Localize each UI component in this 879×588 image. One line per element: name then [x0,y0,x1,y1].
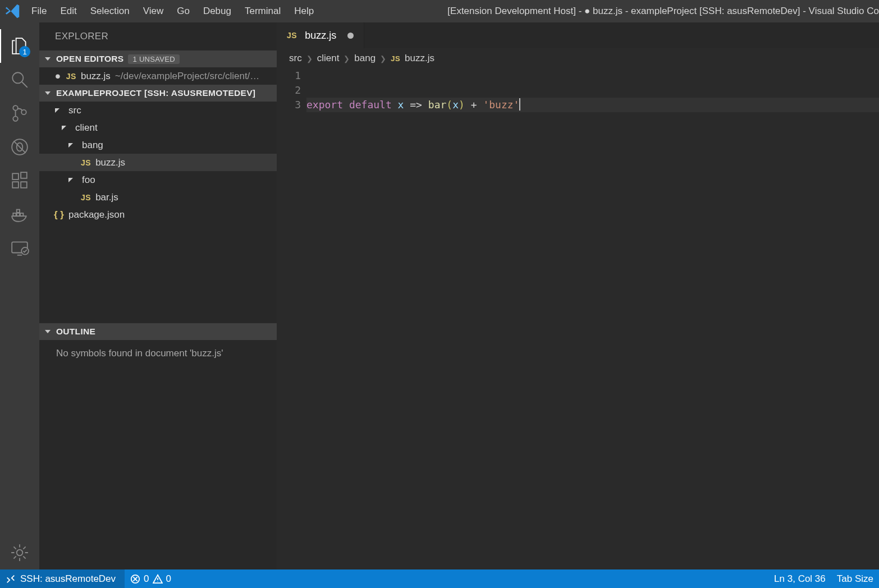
menu-view[interactable]: View [136,3,171,19]
sidebar-title: EXPLORER [39,22,277,50]
crumb[interactable]: bang [354,53,376,64]
folder-name: client [75,122,98,134]
crumb[interactable]: client [317,53,340,64]
activity-scm-icon[interactable] [6,97,34,130]
chevron-down-icon [68,178,73,182]
explorer-sidebar: EXPLORER OPEN EDITORS 1 UNSAVED • JS buz… [39,22,277,569]
chevron-right-icon: ❯ [380,54,386,63]
chevron-right-icon: ❯ [344,54,350,63]
activity-settings-icon[interactable] [6,536,34,569]
status-error-count: 0 [144,573,149,585]
activity-bar: 1 [0,22,39,569]
tab-name: buzz.js [305,30,336,42]
dirty-indicator-icon [347,33,354,39]
outline-label: OUTLINE [56,327,95,337]
open-editors-label: OPEN EDITORS [56,54,123,64]
activity-remote-icon[interactable] [6,231,34,265]
svg-rect-6 [12,173,19,180]
tree-file-bar-js[interactable]: JS bar.js [39,189,277,206]
crumb[interactable]: buzz.js [405,53,434,64]
js-file-icon: JS [287,31,297,40]
status-cursor-position[interactable]: Ln 3, Col 36 [768,573,831,585]
menu-edit[interactable]: Edit [53,3,83,19]
status-warning-count: 0 [166,573,171,585]
code-editor[interactable]: 1 2 3 export default x => bar(x) + 'buzz… [277,68,879,569]
file-name: buzz.js [95,157,125,168]
open-editors-header[interactable]: OPEN EDITORS 1 UNSAVED [39,50,277,67]
vscode-logo-icon [4,3,21,20]
activity-debug-icon[interactable] [6,130,34,164]
activity-search-icon[interactable] [6,63,34,97]
project-label: EXAMPLEPROJECT [SSH: ASUSREMOTEDEV] [56,88,255,98]
tree-file-buzz-js[interactable]: JS buzz.js [39,154,277,171]
remote-icon [6,574,16,584]
svg-point-0 [12,72,23,83]
menu-help[interactable]: Help [287,3,321,19]
svg-rect-8 [21,182,27,188]
menu-debug[interactable]: Debug [196,3,238,19]
editor-tab-buzz-js[interactable]: JS buzz.js [277,22,364,48]
window-title: [Extension Development Host] - ● buzz.js… [447,6,879,17]
svg-point-1 [13,105,18,111]
outline-empty-message: No symbols found in document 'buzz.js' [39,340,277,569]
open-editor-item[interactable]: • JS buzz.js ~/dev/exampleProject/src/cl… [39,67,277,85]
activity-explorer-icon[interactable]: 1 [6,29,34,63]
svg-rect-7 [12,182,19,188]
tree-folder-src[interactable]: src [39,102,277,119]
js-file-icon: JS [81,193,91,202]
line-number-gutter: 1 2 3 [285,68,306,569]
open-editor-path: ~/dev/exampleProject/src/client/… [115,71,259,82]
js-file-icon: JS [81,158,91,167]
unsaved-badge: 1 UNSAVED [128,54,179,64]
file-name: bar.js [95,192,118,203]
menu-go[interactable]: Go [170,3,196,19]
chevron-down-icon [62,126,66,130]
chevron-right-icon: ❯ [306,54,313,63]
breadcrumbs[interactable]: src❯ client❯ bang❯ JS buzz.js [277,48,879,68]
tree-folder-bang[interactable]: bang [39,136,277,154]
chevron-down-icon [68,143,73,148]
outline-header[interactable]: OUTLINE [39,323,277,340]
warning-icon [153,574,163,584]
status-remote-label: SSH: asusRemoteDev [20,573,116,585]
title-bar: File Edit Selection View Go Debug Termin… [0,0,879,22]
js-file-icon: JS [391,54,400,63]
open-editor-name: buzz.js [81,71,111,82]
svg-rect-13 [17,210,20,213]
folder-name: src [68,105,81,116]
file-name: package.json [68,209,125,220]
project-header[interactable]: EXAMPLEPROJECT [SSH: ASUSREMOTEDEV] [39,85,277,102]
svg-rect-9 [21,172,27,178]
code-lines[interactable]: export default x => bar(x) + 'buzz' [306,68,879,569]
status-errors[interactable]: 0 0 [125,573,177,585]
status-remote-host[interactable]: SSH: asusRemoteDev [0,569,125,588]
error-icon [130,574,140,584]
menu-terminal[interactable]: Terminal [238,3,287,19]
status-bar: SSH: asusRemoteDev 0 0 Ln 3, Col 36 Tab … [0,569,879,588]
text-cursor [519,98,520,111]
editor-tabs: JS buzz.js [277,22,879,48]
tree-folder-foo[interactable]: foo [39,171,277,189]
js-file-icon: JS [66,72,76,81]
crumb[interactable]: src [289,53,302,64]
svg-point-16 [17,550,23,556]
activity-explorer-badge: 1 [19,46,30,57]
workbench-body: 1 EXPLORER OPEN EDITORS 1 [0,22,879,569]
status-tab-size[interactable]: Tab Size [831,573,879,585]
svg-point-2 [13,116,18,121]
activity-docker-icon[interactable] [6,197,34,231]
chevron-down-icon [55,108,59,113]
folder-name: bang [82,140,103,151]
folder-name: foo [82,174,95,186]
tree-file-package-json[interactable]: { } package.json [39,206,277,223]
menu-selection[interactable]: Selection [84,3,136,19]
activity-extensions-icon[interactable] [6,164,34,197]
json-file-icon: { } [54,209,64,220]
menu-bar: File Edit Selection View Go Debug Termin… [25,3,321,19]
editor-group: JS buzz.js src❯ client❯ bang❯ JS buzz.js… [277,22,879,569]
menu-file[interactable]: File [25,3,53,19]
tree-folder-client[interactable]: client [39,119,277,136]
